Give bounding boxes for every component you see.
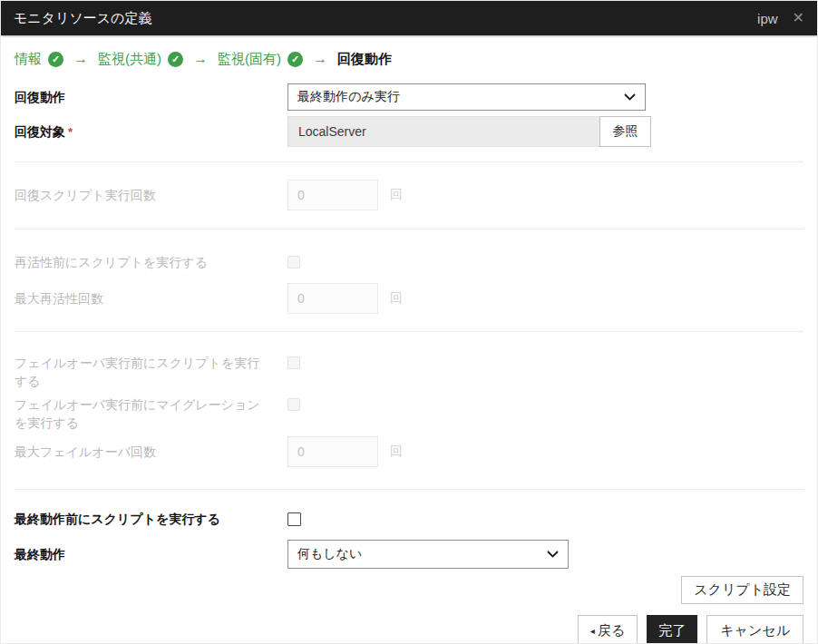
wizard-step-monitor-common-link[interactable]: 監視(共通) bbox=[98, 51, 161, 68]
triangle-left-icon: ◂ bbox=[590, 626, 595, 636]
wizard-step-recovery-action-label: 回復動作 bbox=[337, 51, 392, 68]
section-divider bbox=[15, 229, 803, 229]
final-action-select[interactable]: 何もしない bbox=[287, 540, 569, 569]
recovery-action-row: 回復動作 最終動作のみ実行 bbox=[15, 83, 803, 111]
check-circle-icon: ✓ bbox=[168, 52, 183, 67]
section-divider bbox=[15, 489, 803, 490]
recovery-action-select[interactable]: 最終動作のみ実行 bbox=[287, 83, 646, 111]
wizard-step-recovery-action: 回復動作 bbox=[337, 51, 392, 68]
max-reactivation-count-label: 最大再活性回数 bbox=[15, 289, 261, 307]
dialog-body: 情報 ✓ → 監視(共通) ✓ → 監視(固有) ✓ → 回復動作 回復動作 最… bbox=[1, 47, 817, 644]
script-before-reactivation-checkbox bbox=[287, 256, 300, 268]
script-before-failover-label: フェイルオーバ実行前にスクリプトを実行する bbox=[15, 354, 261, 390]
max-reactivation-count-row: 最大再活性回数 回 bbox=[15, 283, 803, 314]
wizard-breadcrumb: 情報 ✓ → 監視(共通) ✓ → 監視(固有) ✓ → 回復動作 bbox=[15, 47, 803, 71]
close-icon[interactable]: ✕ bbox=[793, 11, 804, 25]
max-failover-count-row: 最大フェイルオーバ回数 回 bbox=[15, 436, 803, 467]
recovery-action-selected-value: 最終動作のみ実行 bbox=[297, 89, 400, 105]
max-failover-count-unit: 回 bbox=[390, 444, 403, 460]
script-settings-actions: スクリプト設定 bbox=[15, 576, 803, 604]
back-button[interactable]: ◂戻る bbox=[578, 615, 638, 644]
final-action-row: 最終動作 何もしない bbox=[15, 540, 803, 569]
recovery-script-count-row: 回復スクリプト実行回数 回 bbox=[15, 180, 803, 210]
chevron-down-icon bbox=[624, 93, 636, 101]
recovery-target-field: LocalServer bbox=[287, 116, 599, 147]
recovery-target-label-text: 回復対象 bbox=[15, 124, 65, 139]
recovery-target-row: 回復対象* LocalServer 参照 bbox=[15, 116, 803, 147]
recovery-script-count-label: 回復スクリプト実行回数 bbox=[15, 186, 261, 204]
script-settings-button[interactable]: スクリプト設定 bbox=[681, 576, 803, 604]
required-asterisk: * bbox=[68, 125, 73, 139]
arrow-right-icon: → bbox=[73, 51, 88, 67]
script-before-failover-row: フェイルオーバ実行前にスクリプトを実行する bbox=[15, 354, 803, 390]
recovery-target-group: LocalServer 参照 bbox=[287, 116, 651, 147]
check-circle-icon: ✓ bbox=[48, 52, 63, 67]
wizard-step-monitor-special-link[interactable]: 監視(固有) bbox=[218, 51, 281, 68]
wizard-step-monitor-special: 監視(固有) ✓ bbox=[218, 51, 303, 68]
wizard-step-monitor-common: 監視(共通) ✓ bbox=[98, 51, 183, 68]
cancel-button[interactable]: キャンセル bbox=[706, 615, 803, 644]
script-before-final-action-label: 最終動作前にスクリプトを実行する bbox=[15, 510, 261, 528]
window-label: ipw bbox=[757, 11, 778, 26]
dialog-title: モニタリソースの定義 bbox=[14, 10, 757, 27]
back-button-label: 戻る bbox=[598, 622, 625, 639]
arrow-right-icon: → bbox=[193, 51, 208, 67]
script-before-reactivation-label: 再活性前にスクリプトを実行する bbox=[15, 253, 261, 271]
wizard-step-info-link[interactable]: 情報 bbox=[15, 51, 42, 68]
script-before-failover-checkbox bbox=[287, 356, 300, 369]
dialog-titlebar: モニタリソースの定義 ipw ✕ bbox=[1, 1, 817, 35]
max-failover-count-label: 最大フェイルオーバ回数 bbox=[15, 443, 261, 461]
script-before-final-action-row: 最終動作前にスクリプトを実行する bbox=[15, 510, 803, 528]
recovery-script-count-input bbox=[287, 180, 378, 210]
section-divider bbox=[15, 161, 803, 162]
max-failover-count-input bbox=[287, 436, 378, 467]
final-action-label: 最終動作 bbox=[15, 545, 261, 563]
wizard-step-info: 情報 ✓ bbox=[15, 51, 63, 68]
max-reactivation-count-unit: 回 bbox=[390, 290, 403, 307]
check-circle-icon: ✓ bbox=[287, 52, 303, 67]
finish-button[interactable]: 完了 bbox=[647, 615, 697, 644]
script-before-reactivation-row: 再活性前にスクリプトを実行する bbox=[15, 253, 803, 271]
dialog-actions: ◂戻る 完了 キャンセル bbox=[15, 615, 803, 644]
final-action-selected-value: 何もしない bbox=[297, 546, 362, 562]
recovery-action-label: 回復動作 bbox=[15, 88, 261, 106]
browse-button[interactable]: 参照 bbox=[599, 116, 651, 147]
migration-before-failover-checkbox bbox=[287, 398, 300, 411]
max-reactivation-count-input bbox=[287, 283, 378, 314]
recovery-script-count-unit: 回 bbox=[390, 187, 403, 203]
migration-before-failover-row: フェイルオーバ実行前にマイグレーションを実行する bbox=[15, 395, 803, 432]
migration-before-failover-label: フェイルオーバ実行前にマイグレーションを実行する bbox=[15, 395, 261, 432]
arrow-right-icon: → bbox=[313, 51, 327, 67]
section-divider bbox=[15, 331, 803, 332]
script-before-final-action-checkbox[interactable] bbox=[287, 512, 301, 526]
recovery-target-label: 回復対象* bbox=[15, 122, 261, 141]
chevron-down-icon bbox=[547, 551, 559, 558]
